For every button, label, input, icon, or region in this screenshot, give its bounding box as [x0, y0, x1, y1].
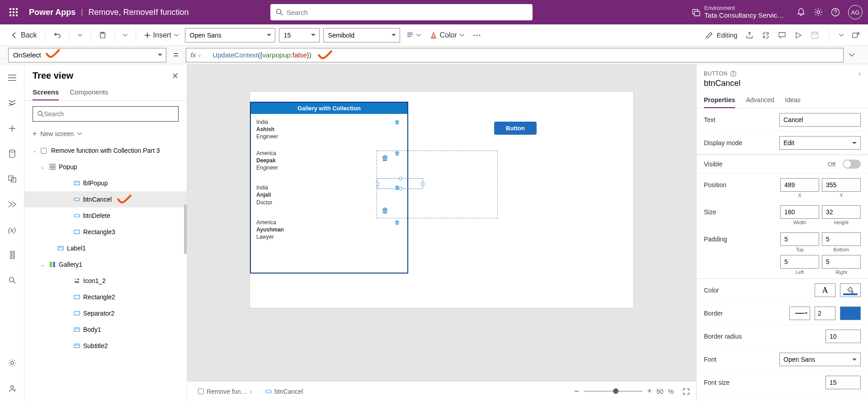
paste-button[interactable] — [96, 30, 109, 41]
global-search[interactable] — [270, 4, 533, 20]
tree-search[interactable] — [33, 106, 179, 122]
expand-props[interactable]: › — [859, 70, 861, 78]
tree-item-gallery1[interactable]: ⌄Gallery1 — [24, 256, 187, 273]
pad-bottom-input[interactable] — [822, 232, 861, 246]
close-tree-button[interactable]: ✕ — [172, 71, 179, 81]
font-size-select[interactable]: 15 — [279, 28, 320, 42]
tree-item-icon1-2[interactable]: Icon1_2 — [24, 273, 187, 289]
hamburger-button[interactable] — [4, 70, 20, 86]
notifications-icon[interactable] — [797, 8, 806, 17]
publish-icon[interactable] — [852, 31, 860, 39]
fit-icon[interactable] — [683, 388, 690, 395]
undo-dropdown[interactable] — [75, 32, 85, 38]
canvas-button-control[interactable]: Button — [494, 122, 537, 135]
trash-icon[interactable]: 🗑 — [395, 219, 400, 226]
font-family-select[interactable]: Open Sans — [185, 28, 275, 42]
formula-input[interactable]: fx ⌄ UpdateContext({varpopup: false}) — [186, 48, 844, 62]
tab-screens[interactable]: Screens — [33, 85, 59, 100]
tree-item-separator2[interactable]: Separator2 — [24, 305, 187, 321]
font-weight-select[interactable]: Semibold — [323, 28, 400, 42]
paste-dropdown[interactable] — [120, 32, 130, 38]
variables-button[interactable]: (x) — [4, 222, 20, 238]
border-color-button[interactable] — [840, 307, 861, 320]
border-style-select[interactable] — [789, 307, 810, 320]
trash-icon[interactable]: 🗑 — [382, 154, 389, 162]
ask-rail-button[interactable] — [4, 380, 20, 396]
settings-rail-button[interactable] — [4, 355, 20, 371]
share-icon[interactable] — [745, 31, 754, 39]
visible-toggle[interactable] — [843, 160, 861, 169]
environment-picker[interactable]: Environment Tata Consultancy Servic… — [692, 5, 784, 19]
resize-handle[interactable] — [399, 187, 402, 190]
font-size-input[interactable] — [826, 376, 861, 389]
font-color-button[interactable]: Color — [427, 29, 467, 41]
app-screen[interactable]: Gallery with Collection India Ashish Eng… — [250, 91, 634, 308]
text-input[interactable] — [779, 113, 861, 127]
settings-icon[interactable] — [814, 8, 823, 17]
fill-color-button[interactable] — [840, 283, 861, 297]
tree-item-btndelete[interactable]: btnDelete — [24, 208, 187, 224]
screen-checkbox[interactable] — [41, 148, 47, 154]
media-rail-button[interactable] — [4, 171, 20, 187]
tree-item-screen[interactable]: ⌄Remove function with Collection Part 3 — [24, 142, 187, 159]
pos-x-input[interactable] — [780, 178, 819, 192]
tree-scrollbar[interactable] — [184, 204, 187, 254]
tab-components[interactable]: Components — [70, 85, 108, 100]
trash-icon[interactable]: 🗑 — [382, 207, 389, 215]
undo-button[interactable] — [51, 30, 64, 41]
zoom-in[interactable]: + — [647, 387, 652, 396]
selected-control-btncancel[interactable] — [377, 178, 423, 189]
search-input[interactable] — [287, 9, 527, 16]
height-input[interactable] — [822, 205, 861, 219]
property-selector[interactable]: OnSelect — [8, 48, 166, 62]
width-input[interactable] — [780, 205, 819, 219]
user-avatar[interactable]: AG — [848, 5, 863, 19]
help-icon[interactable] — [831, 8, 840, 17]
canvas-viewport[interactable]: Gallery with Collection India Ashish Eng… — [187, 64, 696, 381]
tree-item-btncancel[interactable]: btnCancel — [24, 191, 187, 208]
tree-item-body1[interactable]: Body1 — [24, 321, 187, 338]
resize-handle[interactable] — [399, 177, 402, 180]
border-width-input[interactable] — [815, 307, 835, 320]
search-rail-button[interactable] — [4, 272, 20, 288]
tree-search-input[interactable] — [44, 110, 174, 118]
waffle-icon[interactable] — [5, 4, 22, 20]
insert-button[interactable]: Insert — [142, 29, 181, 41]
tree-item-rectangle2[interactable]: Rectangle2 — [24, 289, 187, 305]
tab-advanced[interactable]: Advanced — [746, 93, 774, 108]
pad-top-input[interactable] — [780, 232, 819, 246]
resize-handle[interactable] — [376, 182, 379, 186]
new-screen-button[interactable]: + New screen — [24, 127, 187, 142]
checker-icon[interactable] — [762, 31, 770, 39]
display-mode-select[interactable]: Edit — [779, 136, 861, 150]
tree-item-lblpopup[interactable]: lblPopup — [24, 175, 187, 191]
save-icon[interactable] — [811, 31, 819, 39]
editing-mode[interactable]: Editing — [706, 31, 737, 39]
breadcrumb-screen[interactable]: Remove fun… › — [193, 386, 256, 397]
more-button[interactable] — [471, 33, 483, 38]
formula-expand[interactable] — [844, 53, 860, 57]
pad-right-input[interactable] — [822, 255, 861, 269]
pos-y-input[interactable] — [822, 178, 861, 192]
zoom-out[interactable]: − — [574, 386, 580, 396]
tree-item-rectangle3[interactable]: Rectangle3 — [24, 224, 187, 240]
power-automate-button[interactable] — [4, 196, 20, 212]
info-icon[interactable] — [730, 71, 736, 77]
border-radius-input[interactable] — [826, 330, 861, 343]
tab-ideas[interactable]: Ideas — [785, 93, 801, 108]
tree-item-subtitle2[interactable]: Subtitle2 — [24, 338, 187, 354]
font-select[interactable]: Open Sans — [779, 353, 861, 366]
zoom-slider[interactable] — [584, 391, 642, 392]
preview-icon[interactable] — [794, 31, 802, 39]
publish-chevron-icon[interactable] — [839, 34, 844, 37]
tree-item-popup[interactable]: ⌄Popup — [24, 159, 187, 175]
breadcrumb-control[interactable]: btnCancel — [261, 386, 307, 397]
pad-left-input[interactable] — [780, 255, 819, 269]
tree-view-button[interactable] — [4, 95, 20, 111]
back-button[interactable]: Back — [8, 29, 40, 41]
tree-item-label1[interactable]: Label1 — [24, 240, 187, 256]
tab-properties[interactable]: Properties — [704, 93, 735, 108]
trash-icon[interactable]: 🗑 — [395, 118, 400, 126]
gallery-row[interactable]: India Ashish Engineer 🗑 — [251, 114, 407, 145]
comments-icon[interactable] — [778, 31, 786, 39]
